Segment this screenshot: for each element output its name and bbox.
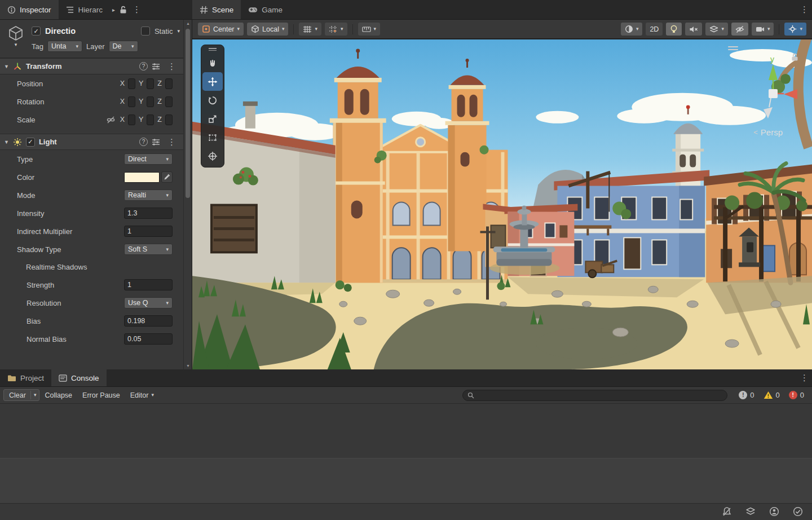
help-icon[interactable]: ? (139, 138, 148, 146)
rotate-tool-button[interactable] (202, 91, 223, 109)
tag-dropdown[interactable]: Unta ▾ (47, 41, 82, 52)
draw-mode-dropdown[interactable]: ▾ (621, 23, 643, 36)
light-component-header[interactable]: ▼ ✓ Light ? ⋮ (0, 134, 183, 150)
gizmo-overlay-handle[interactable] (728, 46, 738, 50)
light-mode-dropdown[interactable]: Realti▾ (124, 190, 173, 201)
strength-field[interactable]: 1 (124, 279, 173, 290)
axis-x-label: X (120, 116, 125, 124)
gameobject-active-checkbox[interactable]: ✓ (32, 27, 41, 36)
projection-label[interactable]: < Persp (753, 127, 783, 137)
scene-visibility-toggle[interactable] (731, 23, 748, 36)
component-menu-kebab[interactable]: ⋮ (164, 137, 179, 147)
scroll-down-icon[interactable]: ▼ (184, 364, 192, 368)
gizmo-y-axis-label: y (770, 55, 774, 64)
rotation-x-field[interactable] (128, 96, 135, 107)
position-x-field[interactable] (128, 78, 135, 89)
transform-component-header[interactable]: ▼ Transform ? ⋮ (0, 58, 183, 74)
foldout-icon[interactable]: ▼ (4, 64, 9, 69)
clear-button[interactable]: Clear ▾ (3, 389, 39, 401)
inspector-scrollbar[interactable]: ▲ ▼ (183, 20, 192, 369)
measure-tool-dropdown[interactable]: ▾ (358, 23, 381, 36)
rect-tool-button[interactable] (202, 128, 223, 147)
notifications-muted-icon[interactable] (722, 506, 732, 517)
bias-field[interactable]: 0.198 (124, 315, 173, 327)
scene-camera-dropdown[interactable]: ▾ (752, 23, 774, 36)
cache-server-icon[interactable] (745, 506, 756, 517)
resolution-dropdown[interactable]: Use Q▾ (124, 297, 173, 309)
tab-console[interactable]: Console (51, 369, 107, 386)
2d-mode-toggle[interactable]: 2D (646, 23, 663, 36)
shadow-type-label: Shadow Type (17, 245, 124, 254)
scale-y-field[interactable] (147, 114, 154, 125)
light-type-dropdown[interactable]: Direct▾ (124, 153, 173, 165)
console-search-input[interactable] (462, 390, 727, 401)
presets-icon[interactable] (152, 138, 160, 146)
move-tool-button[interactable] (202, 72, 223, 91)
scale-tool-button[interactable] (202, 109, 223, 128)
rotation-y-field[interactable] (147, 96, 154, 107)
tab-project[interactable]: Project (0, 369, 51, 386)
scale-z-field[interactable] (165, 114, 173, 125)
orientation-gizmo[interactable]: y (742, 54, 804, 127)
shadow-type-dropdown[interactable]: Soft S▾ (124, 244, 173, 255)
layer-dropdown[interactable]: De ▾ (109, 41, 138, 52)
snap-grid-icon (329, 25, 338, 33)
static-flags-dropdown[interactable]: ▾ (177, 29, 180, 34)
pivot-mode-dropdown[interactable]: Center ▾ (198, 23, 244, 36)
light-color-swatch[interactable] (124, 172, 160, 183)
tab-game[interactable]: Game (241, 0, 290, 19)
collapse-button[interactable]: Collapse (39, 389, 77, 401)
tab-scene[interactable]: Scene (192, 0, 241, 19)
snap-increment-dropdown[interactable]: ▾ (325, 23, 347, 36)
eyedropper-icon[interactable] (161, 171, 173, 183)
gameobject-icon-button[interactable]: ▾ (3, 24, 28, 54)
constrain-proportions-icon[interactable] (107, 116, 115, 124)
gizmos-dropdown[interactable]: ▾ (784, 23, 806, 36)
inspector-panel: ▾ ✓ Directio Static ▾ Tag Unta ▾ (0, 20, 192, 369)
normal-bias-field[interactable]: 0.05 (124, 333, 173, 345)
background-tasks-done-icon[interactable] (793, 506, 803, 517)
scroll-up-icon[interactable]: ▲ (184, 21, 192, 25)
scene-viewport[interactable]: y < Persp (192, 39, 812, 369)
scene-3d-render[interactable] (192, 39, 812, 369)
gameobject-name-field[interactable]: Directio (45, 27, 136, 36)
presets-icon[interactable] (152, 63, 160, 70)
component-menu-kebab[interactable]: ⋮ (164, 61, 179, 72)
inspector-lock-icon[interactable] (117, 0, 129, 19)
info-count-toggle[interactable]: ! 0 (734, 391, 758, 399)
scene-effects-dropdown[interactable]: ▾ (705, 23, 728, 36)
indirect-multiplier-field[interactable]: 1 (124, 226, 173, 237)
position-y-field[interactable] (147, 78, 154, 89)
static-checkbox[interactable] (141, 27, 150, 36)
inspector-menu-kebab[interactable]: ⋮ (129, 0, 144, 19)
foldout-icon[interactable]: ▼ (4, 139, 9, 145)
scene-menu-kebab[interactable]: ⋮ (797, 0, 812, 19)
grid-visibility-dropdown[interactable]: ▾ (299, 23, 321, 36)
console-log-area[interactable] (0, 404, 812, 459)
rotation-z-field[interactable] (165, 96, 173, 107)
intensity-field[interactable]: 1.3 (124, 208, 173, 219)
error-pause-button[interactable]: Error Pause (77, 389, 125, 401)
overlay-drag-handle[interactable] (201, 45, 224, 54)
tab-overflow-button[interactable]: ▸ (110, 0, 117, 19)
tab-inspector[interactable]: Inspector (0, 0, 59, 19)
cube-icon (7, 25, 24, 42)
account-status-icon[interactable] (769, 506, 779, 517)
transform-tool-button[interactable] (202, 147, 223, 165)
light-enabled-checkbox[interactable]: ✓ (26, 138, 35, 147)
error-count-toggle[interactable]: ! 0 (784, 391, 809, 399)
scrollbar-thumb[interactable] (186, 29, 190, 198)
console-menu-kebab[interactable]: ⋮ (797, 369, 812, 386)
warning-count-toggle[interactable]: 0 (759, 391, 784, 399)
help-icon[interactable]: ? (139, 62, 148, 70)
scene-lighting-toggle[interactable] (666, 23, 682, 36)
component-title: Transform (26, 62, 135, 70)
handle-orientation-dropdown[interactable]: Local ▾ (247, 23, 288, 36)
position-z-field[interactable] (165, 78, 173, 89)
editor-dropdown[interactable]: Editor▾ (125, 389, 159, 401)
scene-audio-toggle[interactable] (685, 23, 702, 36)
clear-options-caret[interactable]: ▾ (34, 393, 37, 398)
view-hand-tool-button[interactable] (202, 54, 223, 72)
scale-x-field[interactable] (128, 114, 135, 125)
tab-hierarchy[interactable]: Hierarc (59, 0, 111, 19)
